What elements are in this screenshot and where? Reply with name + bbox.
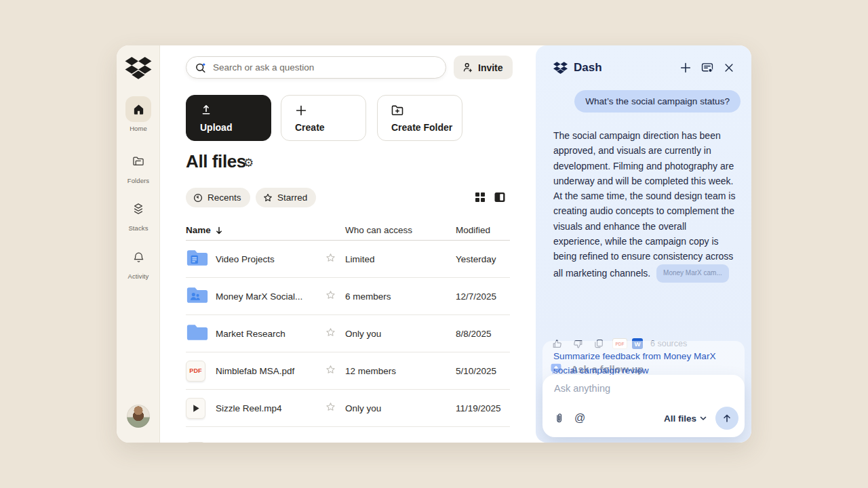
file-icon <box>186 442 205 443</box>
new-chat-icon[interactable] <box>677 59 694 77</box>
file-access: 12 members <box>345 366 456 376</box>
sidebar-label-home: Home <box>117 125 160 132</box>
row-star-icon[interactable] <box>325 252 345 266</box>
user-avatar[interactable] <box>127 405 150 428</box>
column-header-name[interactable]: Name <box>186 225 325 235</box>
upload-button[interactable]: Upload <box>186 95 271 141</box>
arrow-up-icon <box>721 412 733 424</box>
scope-selector[interactable]: All files <box>664 413 707 424</box>
file-modified: 11/19/2025 <box>456 403 510 413</box>
scope-label: All files <box>664 413 696 424</box>
file-access: Only you <box>345 329 456 339</box>
table-row-partial[interactable] <box>186 427 510 443</box>
folder-plus-icon <box>390 103 405 121</box>
row-star-icon[interactable] <box>325 327 345 340</box>
folder-icon <box>186 323 216 344</box>
row-star-icon[interactable] <box>325 364 345 378</box>
close-icon[interactable] <box>720 59 738 77</box>
input-toolbar: @ All files <box>542 406 745 430</box>
star-icon <box>262 192 273 203</box>
file-modified: Yesterday <box>456 254 510 264</box>
file-name: Nimblefab MSA.pdf <box>216 366 325 376</box>
sort-descending-icon <box>215 226 223 235</box>
sidebar-label-activity: Activity <box>117 272 160 280</box>
person-add-icon <box>461 61 474 74</box>
file-modified: 5/10/2025 <box>456 366 510 376</box>
ask-input-card: @ All files <box>542 375 745 437</box>
dash-logo-icon <box>553 62 568 75</box>
stacks-icon <box>125 196 151 222</box>
pdf-file-icon: PDF <box>186 361 205 382</box>
split-view-icon[interactable] <box>494 192 505 203</box>
dash-panel: Dash What’s the social campaign status? <box>536 45 751 443</box>
file-name: Market Research <box>216 329 325 339</box>
file-name: Money MarX Social... <box>216 291 325 302</box>
chevron-down-icon <box>699 414 707 422</box>
dropbox-logo-icon[interactable] <box>125 57 152 80</box>
starred-label: Starred <box>277 192 307 203</box>
file-modified: 8/8/2025 <box>456 329 510 339</box>
chat-history-icon[interactable] <box>698 59 716 77</box>
folders-icon <box>125 148 151 174</box>
table-row[interactable]: Market Research Only you 8/8/2025 <box>186 315 510 352</box>
table-row[interactable]: PDF Nimblefab MSA.pdf 12 members 5/10/20… <box>186 352 510 390</box>
sidebar-label-stacks: Stacks <box>117 224 160 232</box>
ask-input[interactable] <box>554 383 724 394</box>
create-button[interactable]: Create <box>281 95 366 141</box>
search-ai-icon <box>195 62 207 74</box>
plus-icon <box>294 103 309 121</box>
assistant-response: The social campaign direction has been a… <box>553 128 738 283</box>
recents-filter-chip[interactable]: Recents <box>186 188 250 207</box>
upload-label: Upload <box>200 122 232 133</box>
home-icon <box>125 96 151 122</box>
page-title: All files <box>186 151 246 172</box>
table-row[interactable]: Sizzle Reel.mp4 Only you 11/19/2025 <box>186 390 510 427</box>
attach-icon[interactable] <box>553 412 566 425</box>
file-name: Video Projects <box>216 254 325 264</box>
folder-shared-icon <box>186 285 216 307</box>
bell-icon <box>125 244 151 270</box>
invite-button[interactable]: Invite <box>454 56 513 79</box>
dash-header: Dash <box>553 58 738 77</box>
source-chip[interactable]: Money MarX cam... <box>656 264 729 283</box>
mention-icon[interactable]: @ <box>574 412 585 424</box>
search-bar[interactable] <box>186 56 446 79</box>
row-star-icon[interactable] <box>325 401 345 415</box>
sidebar-item-activity[interactable]: Activity <box>117 244 160 280</box>
create-folder-button[interactable]: Create Folder <box>377 95 462 141</box>
file-access: Only you <box>345 403 456 413</box>
create-label: Create <box>295 122 325 133</box>
invite-label: Invite <box>478 62 503 73</box>
table-row[interactable]: Money MarX Social... 6 members 12/7/2025 <box>186 278 510 315</box>
clock-icon <box>193 192 203 203</box>
table-row[interactable]: Video Projects Limited Yesterday <box>186 241 510 278</box>
sidebar-item-folders[interactable]: Folders <box>117 148 160 184</box>
upload-icon <box>199 103 214 121</box>
grid-view-icon[interactable] <box>475 192 486 203</box>
folder-documents-icon <box>186 248 216 270</box>
user-message-bubble: What’s the social campaign status? <box>574 90 741 113</box>
table-header: Name Who can access Modified <box>186 220 510 241</box>
row-star-icon[interactable] <box>325 289 345 303</box>
sidebar-item-home[interactable]: Home <box>117 96 160 132</box>
file-access: 6 members <box>345 291 456 302</box>
sidebar-label-folders: Folders <box>117 177 160 184</box>
sidebar: Home Folders Stacks <box>117 45 160 443</box>
video-file-icon <box>186 398 205 419</box>
create-folder-label: Create Folder <box>391 122 452 133</box>
settings-gear-icon[interactable]: ⚙︎ <box>243 156 254 169</box>
file-access: Limited <box>345 254 456 264</box>
starred-filter-chip[interactable]: Starred <box>256 188 316 207</box>
dash-title: Dash <box>574 61 602 75</box>
column-header-modified[interactable]: Modified <box>456 225 510 235</box>
file-modified: 12/7/2025 <box>456 291 510 302</box>
column-header-access[interactable]: Who can access <box>345 225 456 235</box>
file-table: Name Who can access Modified Video <box>186 220 510 443</box>
file-name: Sizzle Reel.mp4 <box>216 403 325 413</box>
dropbox-window: Home Folders Stacks <box>117 45 751 443</box>
search-input[interactable] <box>213 62 437 73</box>
assistant-response-text: The social campaign direction has been a… <box>553 130 735 279</box>
send-button[interactable] <box>715 407 738 430</box>
sidebar-item-stacks[interactable]: Stacks <box>117 196 160 232</box>
recents-label: Recents <box>208 192 241 203</box>
